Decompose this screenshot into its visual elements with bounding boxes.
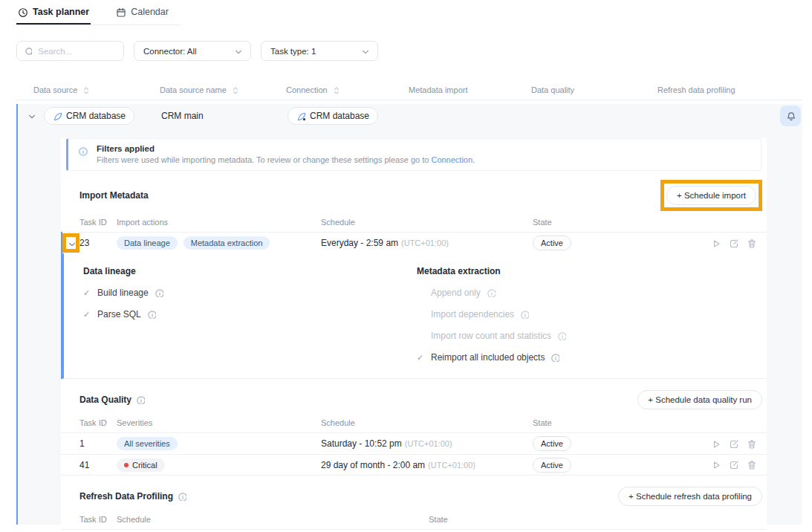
data-source-name: CRM main [161, 111, 204, 121]
task-id: 23 [79, 238, 117, 248]
tab-calendar[interactable]: Calendar [114, 0, 170, 25]
run-task-button[interactable] [711, 460, 721, 470]
edit-task-button[interactable] [729, 460, 738, 470]
header-schedule: Schedule [117, 515, 429, 524]
delete-task-button[interactable] [747, 439, 756, 449]
schedule-import-button[interactable]: + Schedule import [666, 186, 756, 205]
edit-icon [729, 460, 738, 470]
import-metadata-section-header: Import Metadata + Schedule import [61, 180, 767, 211]
search-box[interactable] [16, 41, 124, 61]
top-tab-bar: Task planner Calendar [16, 0, 181, 25]
import-task-detail: Data lineage Build lineage Parse SQL [62, 253, 767, 379]
data-quality-table-header: Task ID Severities Schedule State [61, 413, 767, 432]
schedule-refresh-profiling-button[interactable]: + Schedule refresh data profiling [618, 487, 762, 506]
edit-icon [729, 239, 738, 248]
tab-task-planner-label: Task planner [33, 7, 89, 17]
schedule-data-quality-button[interactable]: + Schedule data quality run [637, 390, 762, 409]
filters-applied-banner: Filters applied Filters were used while … [66, 138, 761, 171]
setting-label: Build lineage [97, 288, 149, 298]
column-data-source-name: Data source name [160, 85, 227, 94]
calendar-icon [116, 7, 126, 17]
info-icon[interactable] [550, 353, 559, 362]
edit-icon [729, 439, 738, 449]
column-refresh-data-profiling: Refresh data profiling [657, 85, 735, 94]
header-task-id: Task ID [79, 515, 117, 524]
datasource-table-header: Data source Data source name Connection … [16, 80, 802, 100]
setting-import-dependencies: Import dependencies [417, 309, 566, 319]
edit-task-button[interactable] [729, 439, 738, 449]
datasource-row-header: CRM database CRM main CRM database [18, 104, 802, 128]
highlight-box-schedule-import: + Schedule import [660, 180, 762, 211]
sort-icon[interactable] [331, 85, 340, 94]
data-source-icon [53, 111, 62, 120]
chevron-down-icon [233, 47, 241, 55]
info-icon[interactable] [147, 310, 156, 319]
import-task-row: 23 Data lineage Metadata extraction Ever… [62, 232, 767, 253]
header-schedule: Schedule [321, 418, 533, 427]
connector-select[interactable]: Connector: All [134, 41, 251, 61]
run-task-button[interactable] [711, 439, 721, 449]
trash-icon [747, 239, 756, 248]
data-source-chip[interactable]: CRM database [44, 107, 134, 125]
run-task-button[interactable] [711, 239, 721, 248]
column-data-quality: Data quality [531, 85, 574, 94]
setting-import-row-count: Import row count and statistics [417, 331, 566, 341]
column-metadata-import: Metadata import [409, 85, 467, 94]
delete-task-button[interactable] [747, 239, 756, 248]
delete-task-button[interactable] [747, 460, 756, 470]
search-icon [25, 47, 32, 56]
import-metadata-title: Import Metadata [79, 190, 149, 201]
header-state: State [533, 418, 767, 427]
play-icon [711, 439, 721, 449]
column-connection: Connection [286, 85, 328, 94]
info-icon[interactable] [520, 310, 529, 319]
header-state: State [533, 218, 767, 227]
task-planner-page: Task planner Calendar Connector: All Tas… [0, 0, 812, 532]
task-type-select[interactable]: Task type: 1 [261, 41, 378, 61]
task-schedule: 29 day of month - 2:00 am [321, 460, 425, 470]
setting-build-lineage: Build lineage [83, 288, 398, 298]
task-id: 41 [79, 460, 117, 470]
tab-task-planner[interactable]: Task planner [16, 0, 91, 25]
edit-task-button[interactable] [729, 239, 738, 248]
setting-parse-sql: Parse SQL [83, 309, 398, 319]
play-icon [711, 460, 721, 470]
connection-chip-label: CRM database [310, 111, 369, 121]
collapse-row-button[interactable] [25, 109, 38, 123]
info-icon[interactable] [487, 288, 496, 297]
filter-bar: Connector: All Task type: 1 [16, 41, 378, 61]
info-icon[interactable] [136, 395, 145, 404]
data-quality-row: 1 All severities Saturday - 10:52 pm(UTC… [61, 432, 767, 454]
trash-icon [747, 460, 756, 470]
bell-icon [786, 111, 796, 121]
banner-text: Filters were used while importing metada… [97, 155, 429, 164]
connection-icon [296, 111, 305, 120]
header-state: State [429, 515, 767, 524]
info-icon [78, 146, 88, 156]
search-input[interactable] [38, 47, 116, 56]
setting-append-only: Append only [417, 288, 566, 298]
column-data-source: Data source [33, 85, 77, 94]
info-icon[interactable] [178, 492, 186, 501]
notifications-button[interactable] [780, 106, 801, 126]
chevron-down-icon [360, 47, 368, 55]
import-action-chip: Metadata extraction [183, 236, 270, 250]
connection-chip[interactable]: CRM database [288, 107, 378, 125]
setting-reimport-all: Reimport all included objects [417, 352, 566, 363]
info-icon[interactable] [155, 288, 163, 297]
severity-label: Critical [132, 461, 157, 470]
task-schedule: Everyday - 2:59 am [321, 238, 398, 248]
refresh-profiling-row: 25 Sunday - 1:00 am(UTC+01:00) Active [61, 529, 767, 532]
sort-icon[interactable] [81, 85, 89, 94]
tab-calendar-label: Calendar [131, 7, 169, 17]
sort-icon[interactable] [230, 85, 238, 94]
info-icon[interactable] [557, 331, 566, 340]
status-badge: Active [533, 236, 571, 250]
setting-label: Import dependencies [431, 309, 514, 319]
task-type-select-value: Task type: 1 [270, 47, 316, 56]
check-icon [83, 288, 91, 298]
connection-link[interactable]: Connection. [431, 155, 475, 164]
header-task-id: Task ID [79, 218, 117, 227]
task-id: 1 [79, 438, 117, 449]
data-quality-title: Data Quality [79, 395, 131, 405]
